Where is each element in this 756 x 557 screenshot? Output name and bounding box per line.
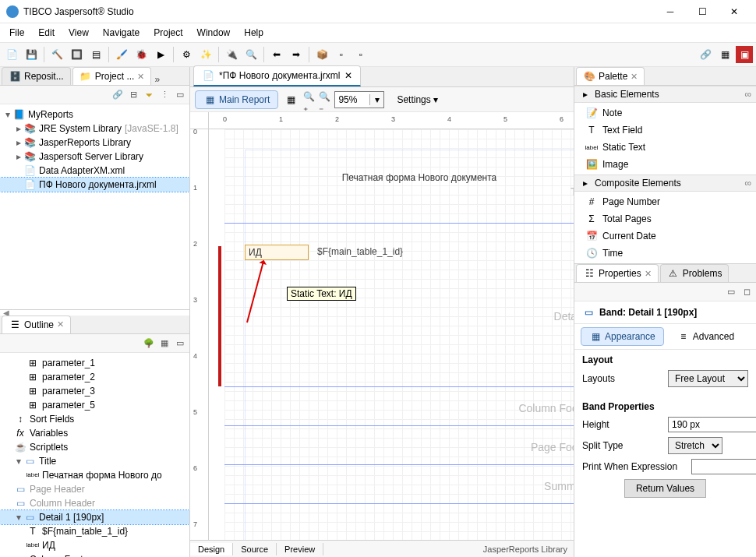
run-ext-button[interactable]: ⚙ [178,46,195,63]
menu-project[interactable]: Project [147,25,189,41]
height-input[interactable] [668,417,756,432]
datasource-button[interactable]: 🔌 [223,46,240,63]
outline-item[interactable]: ⊞parameter_3 [0,384,189,398]
layouts-select[interactable]: Free Layout [668,370,748,387]
save-button[interactable]: 💾 [23,46,40,63]
zoom-in-button[interactable]: 🔍₊ [303,91,316,108]
palette-item-image[interactable]: 🖼️Image [574,156,756,173]
tool-button-2[interactable]: ▤ [87,46,104,63]
tree-item-jre[interactable]: ▸ 📚 JRE System Library [JavaSE-1.8] [0,122,189,136]
editor-tab-report[interactable]: 📄 *ПФ Нового документа.jrxml ✕ [193,65,361,86]
build-button[interactable]: 🔨 [48,46,65,63]
palette-item-totalpages[interactable]: ΣTotal Pages [574,210,756,227]
subtab-appearance[interactable]: ▦ Appearance [581,327,664,346]
focus-button[interactable]: ⊟ [127,89,140,101]
close-icon[interactable]: ✕ [631,72,638,82]
static-text-element[interactable]: ИД [245,245,309,260]
search-button[interactable]: 🔍 [242,46,260,63]
tab-design[interactable]: Design [190,543,233,555]
outline-item[interactable]: ⊞parameter_1 [0,356,189,370]
menu-edit[interactable]: Edit [32,25,61,41]
menu-view[interactable]: View [62,25,95,41]
menu-navigate[interactable]: Navigate [97,25,146,41]
ruler-horizontal[interactable]: 0123456 [209,112,574,129]
outline-tree[interactable]: ⊞parameter_1 ⊞parameter_2 ⊞parameter_3 ⊞… [0,353,189,558]
outline-title[interactable]: ▾▭Title [0,454,189,468]
outline-thumb-button[interactable]: ▦ [158,337,171,349]
design-canvas[interactable]: Печатная форма Нового документа Title ИД… [209,129,574,540]
tree-item-jasperlib[interactable]: ▸ 📚 JasperReports Library [0,136,189,150]
outline-tree-button[interactable]: 🌳 [143,337,155,349]
close-icon[interactable]: ✕ [57,319,64,330]
split-type-select[interactable]: Stretch [668,437,722,454]
outline-item[interactable]: ⊞parameter_2 [0,370,189,384]
tab-palette[interactable]: 🎨 Palette ✕ [576,67,645,85]
tab-project-explorer[interactable]: 📁 Project ... ✕ [72,67,152,85]
outline-scriptlets[interactable]: ☕Scriptlets [0,440,189,454]
tool-right-2[interactable]: ▦ [716,46,733,63]
minimize-view-button[interactable]: ▭ [174,89,186,101]
tree-root[interactable]: ▾ 📘 MyReports [0,108,189,122]
project-tree[interactable]: ▾ 📘 MyReports ▸ 📚 JRE System Library [Ja… [0,104,189,309]
tab-preview[interactable]: Preview [277,543,323,555]
tab-outline[interactable]: ☰ Outline ✕ [2,316,71,333]
next-button[interactable]: ➡ [288,46,305,63]
prev-button[interactable]: ⬅ [268,46,285,63]
outline-field-el[interactable]: T$F{main_table_1_id} [0,524,189,538]
palette-item-time[interactable]: 🕓Time [574,245,756,262]
tree-item-adapter[interactable]: 📄 Data AdapterXM.xml [0,164,189,178]
tree-item-report[interactable]: 📄 ПФ Нового документа.jrxml [0,178,189,192]
maximize-button[interactable]: ☐ [687,2,718,21]
compile-all-button[interactable]: ▫ [352,46,369,63]
close-icon[interactable]: ✕ [645,269,652,279]
tool-right-1[interactable]: 🔗 [697,46,714,63]
palette-item-note[interactable]: 📝Note [574,104,756,122]
tab-problems[interactable]: ⚠ Problems [660,264,730,282]
palette-item-pagenumber[interactable]: #Page Number [574,193,756,210]
tab-repository[interactable]: 🗄️ Reposit... [2,67,71,85]
ruler-vertical[interactable]: 01234567 [190,129,209,540]
zoom-dropdown-button[interactable]: ▾ [369,94,383,105]
collapse-all-button[interactable]: 🔗 [111,89,124,101]
filter-button[interactable]: ⏷ [143,89,155,101]
maximize-props-button[interactable]: ◻ [740,286,753,298]
palette-group-basic[interactable]: ▸ Basic Elements ∞ [574,86,756,103]
minimize-button[interactable]: ─ [655,2,686,21]
outline-col-header[interactable]: ▭Column Header [0,496,189,510]
close-icon[interactable]: ✕ [344,70,352,81]
outline-item[interactable]: ⊞parameter_5 [0,398,189,412]
subtab-advanced[interactable]: ≡ Advanced [669,327,743,346]
outline-col-footer[interactable]: ▭Column Footer [0,552,189,558]
menu-window[interactable]: Window [191,25,237,41]
tab-source[interactable]: Source [233,543,277,555]
new-button[interactable]: 📄 [3,46,20,63]
outline-static-el[interactable]: labelИД [0,538,189,552]
title-element[interactable]: Печатная форма Нового документа [224,170,574,184]
text-field-element[interactable]: $F{main_table_1_id} [314,245,406,259]
perspective-button[interactable]: ▣ [736,46,753,63]
compile-sel-button[interactable]: ▫ [333,46,350,63]
run-button[interactable]: ▶ [152,46,169,63]
outline-variables[interactable]: fxVariables [0,426,189,440]
publish-button[interactable]: 📦 [313,46,330,63]
palette-item-statictext[interactable]: labelStatic Text [574,139,756,156]
report-page[interactable]: Печатная форма Нового документа Title ИД… [224,129,574,540]
zoom-out-button[interactable]: 🔍₋ [319,91,331,108]
dataset-button[interactable]: ▦ [284,93,297,106]
close-icon[interactable]: ✕ [137,72,144,82]
close-button[interactable]: ✕ [719,2,750,21]
minimize-props-button[interactable]: ▭ [725,286,737,298]
menu-file[interactable]: File [3,25,30,41]
pwe-input[interactable] [691,459,756,474]
zoom-combo[interactable]: ▾ [334,91,384,108]
return-values-button[interactable]: Return Values [624,479,706,498]
settings-button[interactable]: Settings ▾ [390,92,444,108]
tree-item-serverlib[interactable]: ▸ 📚 Jaspersoft Server Library [0,150,189,164]
outline-sort-fields[interactable]: ↕Sort Fields [0,412,189,426]
minimize-outline-button[interactable]: ▭ [174,337,186,349]
tab-properties[interactable]: ☷ Properties ✕ [576,264,659,282]
outline-page-header[interactable]: ▭Page Header [0,482,189,496]
main-report-dropdown[interactable]: ▦ Main Report [195,90,278,109]
palette-item-currentdate[interactable]: 📅Current Date [574,227,756,245]
zoom-input[interactable] [335,92,369,108]
